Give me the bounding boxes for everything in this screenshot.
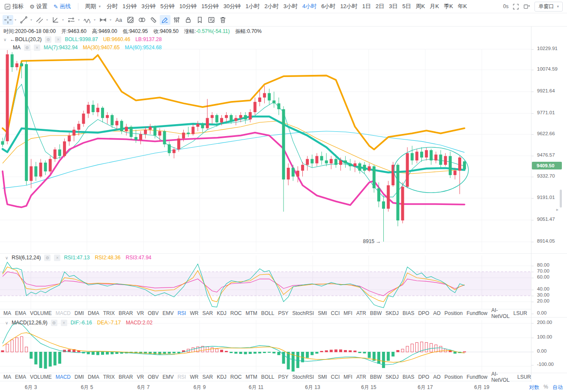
period-3小时[interactable]: 3小时 xyxy=(284,3,298,10)
tab-brar[interactable]: BRAR xyxy=(119,310,133,316)
collapse-chevron-icon[interactable]: ∨ xyxy=(5,321,8,325)
tab-dpo[interactable]: DPO xyxy=(418,310,429,316)
period-15分钟[interactable]: 15分钟 xyxy=(201,3,218,10)
tab-ma[interactable]: MA xyxy=(3,310,11,316)
period-dropdown[interactable]: 周期 ▾ xyxy=(85,3,101,10)
period-年K[interactable]: 年K xyxy=(458,3,467,10)
collapse-chevron-icon[interactable]: ∨ xyxy=(3,37,6,42)
chart-canvas[interactable] xyxy=(0,27,531,392)
tab-emv[interactable]: EMV xyxy=(162,374,173,380)
tab-mtm[interactable]: MTM xyxy=(245,310,257,316)
parallel-channel-options-caret[interactable]: ▾ xyxy=(46,18,48,22)
period-30分钟[interactable]: 30分钟 xyxy=(224,3,241,10)
period-3分钟[interactable]: 3分钟 xyxy=(141,3,155,10)
tab-wr[interactable]: WR xyxy=(190,310,198,316)
period-12小时[interactable]: 12小时 xyxy=(340,3,357,10)
tab-lsur[interactable]: LSUR xyxy=(517,374,531,380)
tab-psy[interactable]: PSY xyxy=(278,374,289,380)
ruler-tool-icon[interactable] xyxy=(148,15,159,25)
pencil-tool-icon[interactable] xyxy=(160,15,170,25)
trend-line-options-caret[interactable]: ▾ xyxy=(30,18,32,22)
tab-sar[interactable]: SAR xyxy=(202,310,213,316)
crosshair-tool-icon[interactable] xyxy=(3,15,13,25)
tab-mtm[interactable]: MTM xyxy=(245,374,257,380)
tab-macd[interactable]: MACD xyxy=(56,310,71,316)
indicator-settings-button[interactable]: ⚙ xyxy=(44,255,51,261)
tab-ai-netvol[interactable]: AI-NetVOL xyxy=(491,371,513,383)
period-2小时[interactable]: 2小时 xyxy=(264,3,278,10)
bookmark-tool-icon[interactable] xyxy=(194,15,205,25)
rings-tool-icon[interactable] xyxy=(137,15,147,25)
tab-boll[interactable]: BOLL xyxy=(261,374,275,380)
add-window-icon[interactable] xyxy=(523,3,530,10)
tab-smi[interactable]: SMI xyxy=(318,310,327,316)
tab-boll[interactable]: BOLL xyxy=(261,310,275,316)
indicator-close-button[interactable]: × xyxy=(54,255,60,261)
period-6小时[interactable]: 6小时 xyxy=(321,3,335,10)
tab-kdj[interactable]: KDJ xyxy=(217,374,227,380)
crosshair-options-caret[interactable]: ▾ xyxy=(15,18,16,22)
tab-bbw[interactable]: BBW xyxy=(370,310,382,316)
tab-cci[interactable]: CCI xyxy=(331,374,340,380)
wave-tool-icon[interactable]: 3 xyxy=(82,15,93,25)
window-mode-dropdown[interactable]: 单窗口 ▾ xyxy=(534,2,563,12)
tab-ai-netvol[interactable]: AI-NetVOL xyxy=(491,307,510,319)
angle-options-caret[interactable]: ▾ xyxy=(62,18,64,22)
draw-line-button[interactable]: ✎ 画线 xyxy=(54,3,71,10)
tab-ao[interactable]: AO xyxy=(433,374,440,380)
tab-roc[interactable]: ROC xyxy=(230,374,242,380)
tab-sar[interactable]: SAR xyxy=(202,374,213,380)
tab-stochrsi[interactable]: StochRSI xyxy=(292,310,314,316)
text-tool-icon[interactable]: Aa xyxy=(113,15,124,25)
tab-dmi[interactable]: DMI xyxy=(75,310,84,316)
period-4小时[interactable]: 4小时 xyxy=(302,3,316,10)
period-1分钟[interactable]: 1分钟 xyxy=(122,3,137,10)
angle-tool-icon[interactable] xyxy=(50,15,61,25)
indicator-close-button[interactable]: × xyxy=(34,45,40,51)
tab-cci[interactable]: CCI xyxy=(331,310,340,316)
horizontal-rays-tool-icon[interactable] xyxy=(66,15,77,25)
indicator-close-button[interactable]: × xyxy=(55,36,61,43)
tab-kdj[interactable]: KDJ xyxy=(217,310,227,316)
tab-lsur[interactable]: LSUR xyxy=(513,310,527,316)
period-季K[interactable]: 季K xyxy=(444,3,453,10)
tab-ao[interactable]: AO xyxy=(433,310,440,316)
period-5日[interactable]: 5日 xyxy=(403,3,411,10)
tab-mfi[interactable]: MFI xyxy=(343,310,352,316)
period-月K[interactable]: 月K xyxy=(430,3,439,10)
tab-trix[interactable]: TRIX xyxy=(103,374,115,380)
tab-atr[interactable]: ATR xyxy=(356,374,366,380)
tab-position[interactable]: Position xyxy=(445,310,463,316)
tab-bias[interactable]: BIAS xyxy=(403,310,414,316)
measure-options-caret[interactable]: ▾ xyxy=(110,18,111,22)
tab-rsi[interactable]: RSI xyxy=(177,374,186,380)
log-scale-toggle[interactable]: 对数 xyxy=(529,384,539,391)
tab-smi[interactable]: SMI xyxy=(318,374,327,380)
tab-brar[interactable]: BRAR xyxy=(119,374,133,380)
tab-dma[interactable]: DMA xyxy=(88,310,99,316)
tab-macd[interactable]: MACD xyxy=(56,374,71,380)
tab-volume[interactable]: VOLUME xyxy=(30,374,52,380)
period-周K[interactable]: 周K xyxy=(416,3,425,10)
fullscreen-icon[interactable] xyxy=(513,3,519,10)
tab-fundflow[interactable]: Fundflow xyxy=(466,310,487,316)
indicator-settings-button[interactable]: ⚙ xyxy=(45,36,51,43)
period-3日[interactable]: 3日 xyxy=(389,3,397,10)
period-1小时[interactable]: 1小时 xyxy=(245,3,260,10)
indicator-close-button[interactable]: × xyxy=(61,320,67,326)
parallel-channel-tool-icon[interactable] xyxy=(34,15,45,25)
tab-dmi[interactable]: DMI xyxy=(75,374,84,380)
tab-wr[interactable]: WR xyxy=(190,374,198,380)
trash-tool-icon[interactable] xyxy=(218,15,228,25)
auto-scale-toggle[interactable]: 自动 xyxy=(552,384,563,391)
measure-tool-icon[interactable] xyxy=(98,15,108,25)
tab-roc[interactable]: ROC xyxy=(230,310,242,316)
percent-scale-toggle[interactable]: % xyxy=(543,384,548,391)
tab-emv[interactable]: EMV xyxy=(162,310,173,316)
indicator-button[interactable]: 指标 xyxy=(4,3,24,10)
lock-tool-icon[interactable] xyxy=(183,15,194,25)
tab-ema[interactable]: EMA xyxy=(15,310,26,316)
tab-fundflow[interactable]: Fundflow xyxy=(466,374,487,380)
tab-dma[interactable]: DMA xyxy=(88,374,99,380)
tab-bbw[interactable]: BBW xyxy=(370,374,382,380)
